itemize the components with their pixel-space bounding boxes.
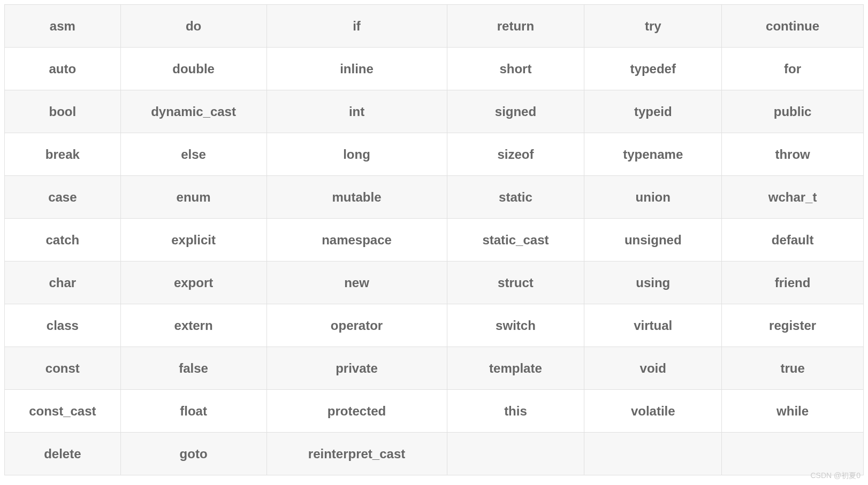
keywords-table: asm do if return try continue auto doubl…: [4, 4, 864, 475]
table-cell: short: [447, 48, 584, 90]
table-cell: export: [120, 261, 267, 304]
table-cell: break: [5, 133, 121, 176]
table-cell: auto: [5, 48, 121, 90]
table-cell: signed: [447, 90, 584, 133]
table-row: case enum mutable static union wchar_t: [5, 176, 864, 219]
table-cell: register: [722, 304, 864, 347]
table-cell: struct: [447, 261, 584, 304]
table-cell: else: [120, 133, 267, 176]
table-cell: int: [267, 90, 447, 133]
table-cell: long: [267, 133, 447, 176]
table-cell: extern: [120, 304, 267, 347]
table-cell: virtual: [584, 304, 722, 347]
table-cell: private: [267, 347, 447, 390]
table-cell: static: [447, 176, 584, 219]
table-cell: default: [722, 219, 864, 261]
table-cell: public: [722, 90, 864, 133]
table-row: char export new struct using friend: [5, 261, 864, 304]
table-cell: void: [584, 347, 722, 390]
table-cell: continue: [722, 5, 864, 48]
table-cell: this: [447, 390, 584, 433]
table-row: break else long sizeof typename throw: [5, 133, 864, 176]
table-cell: if: [267, 5, 447, 48]
table-cell: mutable: [267, 176, 447, 219]
table-cell: inline: [267, 48, 447, 90]
table-row: bool dynamic_cast int signed typeid publ…: [5, 90, 864, 133]
table-cell: typedef: [584, 48, 722, 90]
table-cell: [447, 433, 584, 475]
table-cell: dynamic_cast: [120, 90, 267, 133]
table-cell: const: [5, 347, 121, 390]
table-cell: false: [120, 347, 267, 390]
table-row: auto double inline short typedef for: [5, 48, 864, 90]
table-cell: unsigned: [584, 219, 722, 261]
table-cell: for: [722, 48, 864, 90]
table-cell: reinterpret_cast: [267, 433, 447, 475]
table-cell: enum: [120, 176, 267, 219]
table-cell: namespace: [267, 219, 447, 261]
table-cell: catch: [5, 219, 121, 261]
table-cell: delete: [5, 433, 121, 475]
table-cell: [584, 433, 722, 475]
table-cell: bool: [5, 90, 121, 133]
table-row: const_cast float protected this volatile…: [5, 390, 864, 433]
table-cell: return: [447, 5, 584, 48]
table-cell: case: [5, 176, 121, 219]
table-cell: union: [584, 176, 722, 219]
table-cell: throw: [722, 133, 864, 176]
table-cell: switch: [447, 304, 584, 347]
table-cell: const_cast: [5, 390, 121, 433]
table-cell: [722, 433, 864, 475]
table-cell: typename: [584, 133, 722, 176]
table-cell: sizeof: [447, 133, 584, 176]
table-cell: asm: [5, 5, 121, 48]
table-cell: char: [5, 261, 121, 304]
table-cell: template: [447, 347, 584, 390]
table-cell: typeid: [584, 90, 722, 133]
table-cell: while: [722, 390, 864, 433]
table-row: const false private template void true: [5, 347, 864, 390]
table-cell: volatile: [584, 390, 722, 433]
table-cell: operator: [267, 304, 447, 347]
table-cell: friend: [722, 261, 864, 304]
table-cell: explicit: [120, 219, 267, 261]
table-cell: wchar_t: [722, 176, 864, 219]
table-cell: try: [584, 5, 722, 48]
table-cell: do: [120, 5, 267, 48]
table-row: class extern operator switch virtual reg…: [5, 304, 864, 347]
table-cell: class: [5, 304, 121, 347]
table-cell: goto: [120, 433, 267, 475]
table-cell: using: [584, 261, 722, 304]
table-row: catch explicit namespace static_cast uns…: [5, 219, 864, 261]
table-cell: float: [120, 390, 267, 433]
table-row: delete goto reinterpret_cast: [5, 433, 864, 475]
table-cell: true: [722, 347, 864, 390]
table-cell: double: [120, 48, 267, 90]
table-cell: protected: [267, 390, 447, 433]
table-cell: new: [267, 261, 447, 304]
table-row: asm do if return try continue: [5, 5, 864, 48]
table-cell: static_cast: [447, 219, 584, 261]
watermark-text: CSDN @初夏0: [810, 471, 861, 480]
